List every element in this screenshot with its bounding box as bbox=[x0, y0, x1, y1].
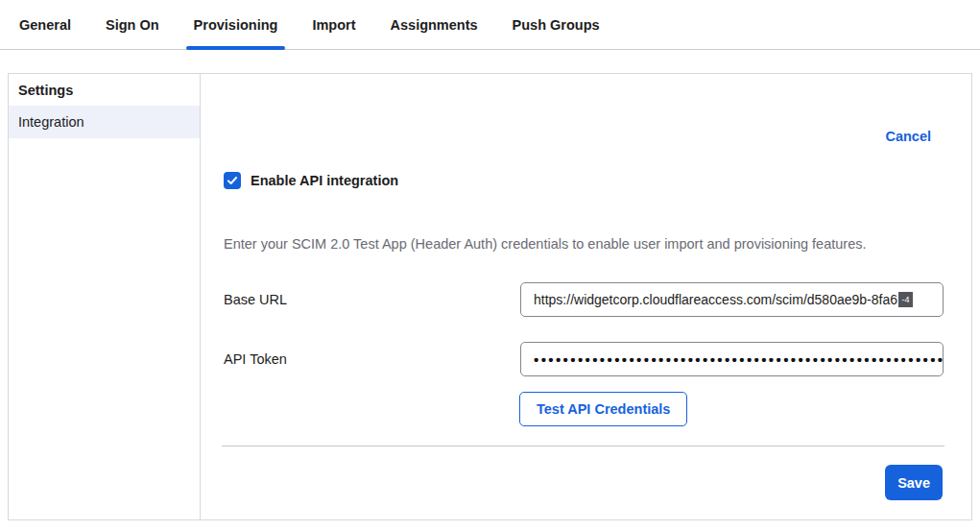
sidebar-header: Settings bbox=[9, 74, 200, 106]
enable-api-integration-label[interactable]: Enable API integration bbox=[251, 173, 398, 188]
footer-divider bbox=[222, 446, 944, 447]
base-url-selected-text: -4 bbox=[898, 292, 913, 307]
api-token-input[interactable]: ••••••••••••••••••••••••••••••••••••••••… bbox=[520, 342, 944, 376]
enable-api-integration-row: Enable API integration bbox=[224, 172, 398, 189]
credentials-description: Enter your SCIM 2.0 Test App (Header Aut… bbox=[224, 235, 933, 253]
save-button[interactable]: Save bbox=[885, 465, 943, 500]
test-api-credentials-button[interactable]: Test API Credentials bbox=[519, 392, 687, 426]
tab-sign-on[interactable]: Sign On bbox=[106, 0, 159, 49]
sidebar-item-integration[interactable]: Integration bbox=[9, 106, 200, 138]
checkmark-icon bbox=[227, 175, 238, 186]
integration-settings-content: Cancel Enable API integration Enter your… bbox=[201, 74, 971, 519]
tab-provisioning[interactable]: Provisioning bbox=[194, 0, 278, 49]
tab-bar: General Sign On Provisioning Import Assi… bbox=[0, 0, 980, 50]
base-url-row: Base URL https://widgetcorp.cloudflareac… bbox=[201, 282, 971, 317]
tab-import[interactable]: Import bbox=[312, 0, 355, 49]
api-token-label: API Token bbox=[224, 342, 287, 376]
provisioning-panel: Settings Integration Cancel Enable API i… bbox=[8, 73, 972, 520]
api-token-row: API Token ••••••••••••••••••••••••••••••… bbox=[201, 342, 971, 376]
base-url-value: https://widgetcorp.cloudflareaccess.com/… bbox=[534, 292, 897, 307]
tab-push-groups[interactable]: Push Groups bbox=[513, 0, 600, 49]
enable-api-integration-checkbox[interactable] bbox=[224, 172, 241, 189]
base-url-label: Base URL bbox=[224, 282, 287, 317]
tab-assignments[interactable]: Assignments bbox=[391, 0, 478, 49]
tab-general[interactable]: General bbox=[19, 0, 71, 49]
cancel-link[interactable]: Cancel bbox=[885, 129, 931, 144]
api-token-masked-value: ••••••••••••••••••••••••••••••••••••••••… bbox=[534, 351, 944, 368]
sidebar: Settings Integration bbox=[9, 74, 201, 519]
base-url-input[interactable]: https://widgetcorp.cloudflareaccess.com/… bbox=[520, 282, 944, 317]
